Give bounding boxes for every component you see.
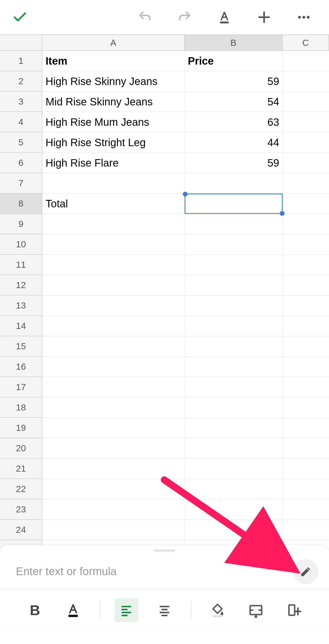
cell[interactable]	[185, 520, 283, 540]
cell[interactable]	[185, 173, 283, 194]
cell[interactable]	[42, 234, 185, 255]
row-header[interactable]: 23	[0, 499, 42, 520]
cell[interactable]	[185, 459, 283, 479]
cell[interactable]	[185, 234, 283, 255]
cell[interactable]	[42, 255, 185, 275]
cell[interactable]	[42, 296, 185, 316]
row-header[interactable]: 2	[0, 71, 42, 92]
cell[interactable]	[283, 418, 329, 438]
cell[interactable]	[185, 357, 283, 377]
cell[interactable]	[283, 255, 329, 275]
cell[interactable]: High Rise Skinny Jeans	[42, 71, 185, 92]
cell[interactable]	[283, 377, 329, 397]
cell[interactable]	[283, 296, 329, 316]
cell[interactable]: High Rise Flare	[42, 153, 185, 173]
row-header[interactable]: 22	[0, 479, 42, 499]
row-header[interactable]: 4	[0, 112, 42, 132]
row-header[interactable]: 13	[0, 296, 42, 316]
row-header[interactable]: 6	[0, 153, 42, 173]
cell[interactable]	[185, 214, 283, 234]
cell[interactable]	[42, 418, 185, 438]
cell[interactable]	[42, 438, 185, 459]
cell[interactable]	[283, 153, 329, 173]
cell[interactable]	[185, 479, 283, 499]
cell[interactable]	[185, 275, 283, 296]
cell[interactable]	[42, 214, 185, 234]
cell[interactable]	[283, 194, 329, 214]
row-header[interactable]: 12	[0, 275, 42, 296]
cell[interactable]: Total	[42, 194, 185, 214]
column-header-B[interactable]: B	[185, 35, 283, 51]
row-header[interactable]: 5	[0, 132, 42, 153]
cell[interactable]	[185, 499, 283, 520]
row-header[interactable]: 19	[0, 418, 42, 438]
cell[interactable]	[42, 459, 185, 479]
row-header[interactable]: 16	[0, 357, 42, 377]
cell[interactable]: Price	[185, 51, 283, 71]
cell[interactable]	[283, 92, 329, 112]
cell[interactable]	[185, 296, 283, 316]
select-all-corner[interactable]	[0, 35, 42, 51]
row-header[interactable]: 17	[0, 377, 42, 397]
cell[interactable]	[42, 479, 185, 499]
row-header[interactable]: 21	[0, 459, 42, 479]
cell[interactable]: 44	[185, 132, 283, 153]
row-header[interactable]: 1	[0, 51, 42, 71]
cell[interactable]	[283, 479, 329, 499]
cell[interactable]	[283, 336, 329, 357]
cell[interactable]	[42, 397, 185, 418]
cell[interactable]	[283, 520, 329, 540]
cell[interactable]	[283, 173, 329, 194]
text-color-button-bottom[interactable]	[61, 598, 85, 622]
bold-button[interactable]: B	[23, 598, 47, 622]
cell[interactable]	[185, 336, 283, 357]
redo-button[interactable]	[175, 8, 194, 26]
cell[interactable]	[42, 173, 185, 194]
merge-cells-button[interactable]: +	[244, 598, 268, 622]
more-button[interactable]	[295, 8, 313, 26]
cell[interactable]	[283, 132, 329, 153]
row-header[interactable]: 9	[0, 214, 42, 234]
cell[interactable]: 59	[185, 71, 283, 92]
cell[interactable]: 59	[185, 153, 283, 173]
undo-button[interactable]	[136, 8, 154, 26]
row-header[interactable]: 24	[0, 520, 42, 540]
cell[interactable]	[283, 51, 329, 71]
cell[interactable]	[283, 316, 329, 336]
cell[interactable]	[42, 316, 185, 336]
cell[interactable]	[42, 499, 185, 520]
cell[interactable]	[185, 377, 283, 397]
cell[interactable]: 54	[185, 92, 283, 112]
cell[interactable]	[185, 255, 283, 275]
cell[interactable]	[42, 336, 185, 357]
cell[interactable]	[185, 194, 283, 214]
insert-column-button[interactable]	[282, 598, 306, 622]
row-header[interactable]: 8	[0, 194, 42, 214]
cell[interactable]: High Rise Mum Jeans	[42, 112, 185, 132]
insert-button[interactable]	[255, 8, 273, 26]
cell[interactable]	[185, 438, 283, 459]
row-header[interactable]: 10	[0, 234, 42, 255]
row-header[interactable]: 15	[0, 336, 42, 357]
column-header-C[interactable]: C	[283, 35, 329, 51]
cell[interactable]	[283, 357, 329, 377]
align-left-button[interactable]	[114, 598, 138, 622]
drag-handle[interactable]	[154, 549, 175, 552]
row-header[interactable]: 18	[0, 397, 42, 418]
row-header[interactable]: 7	[0, 173, 42, 194]
cell[interactable]	[283, 234, 329, 255]
cell[interactable]	[42, 520, 185, 540]
cell[interactable]: High Rise Stright Leg	[42, 132, 185, 153]
cell[interactable]	[185, 397, 283, 418]
row-header[interactable]: 3	[0, 92, 42, 112]
cell[interactable]	[283, 71, 329, 92]
cell[interactable]	[283, 438, 329, 459]
accept-button[interactable]	[11, 8, 29, 26]
cell[interactable]	[283, 275, 329, 296]
cell[interactable]	[42, 275, 185, 296]
cell[interactable]	[283, 214, 329, 234]
edit-cell-button[interactable]	[293, 559, 318, 584]
fill-color-button[interactable]	[206, 598, 229, 622]
cell[interactable]	[42, 357, 185, 377]
cell[interactable]	[185, 418, 283, 438]
